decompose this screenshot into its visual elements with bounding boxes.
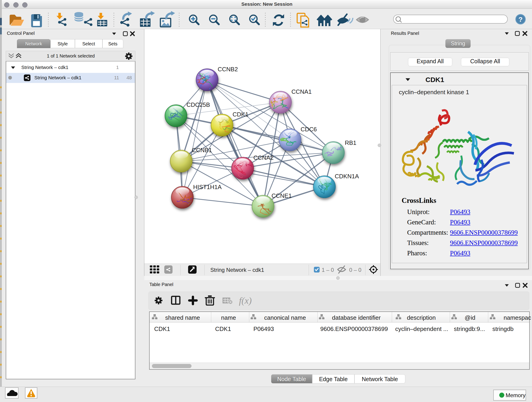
svg-text:CCNA2: CCNA2 — [253, 154, 273, 161]
svg-text:CDC25B: CDC25B — [186, 101, 210, 108]
svg-text:CCNB2: CCNB2 — [218, 66, 238, 73]
svg-text:CDK1: CDK1 — [233, 111, 248, 118]
svg-text:HIST1H1A: HIST1H1A — [193, 184, 222, 191]
svg-text:CCNE1: CCNE1 — [272, 192, 292, 199]
svg-text:CCNA1: CCNA1 — [291, 88, 312, 95]
svg-text:CDKN1A: CDKN1A — [335, 173, 359, 180]
svg-text:RB1: RB1 — [345, 139, 356, 146]
svg-text:CCNB1: CCNB1 — [192, 147, 212, 153]
svg-text:CDC6: CDC6 — [301, 126, 317, 133]
